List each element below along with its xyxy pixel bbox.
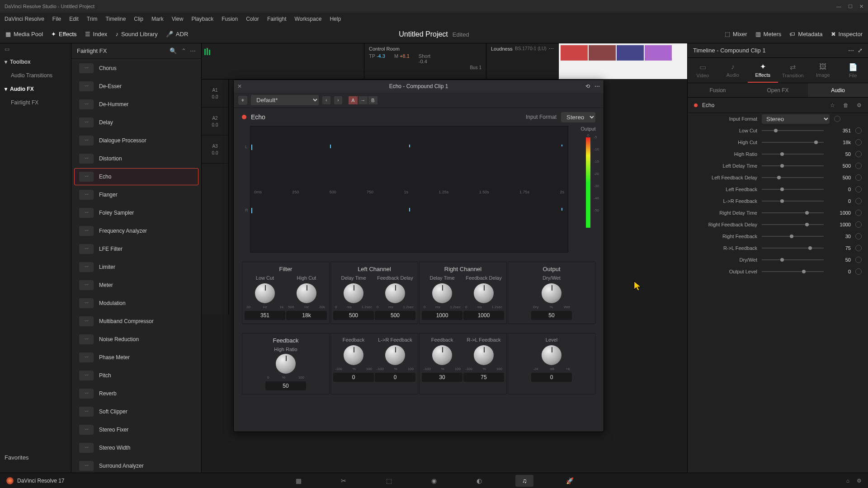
fx-item-de-esser[interactable]: 〰De-Esser xyxy=(74,78,198,95)
reset-button[interactable] xyxy=(855,151,862,157)
input-format-select[interactable]: Stereo xyxy=(561,112,595,122)
param-slider[interactable] xyxy=(762,189,824,190)
menu-item[interactable]: Trim xyxy=(87,16,98,22)
reset-button[interactable] xyxy=(855,245,862,251)
audio-fx-section[interactable]: ▾Audio FX xyxy=(0,82,71,96)
panel-toggle[interactable]: ▭ xyxy=(0,43,71,55)
slider-handle[interactable] xyxy=(780,199,784,203)
fx-item-pitch[interactable]: 〰Pitch xyxy=(74,367,198,384)
fairlight-page-icon[interactable]: ♫ xyxy=(515,475,533,487)
menu-item[interactable]: Color xyxy=(246,16,259,22)
compare-a-button[interactable]: A xyxy=(349,96,358,104)
reset-button[interactable] xyxy=(855,186,862,192)
knob[interactable] xyxy=(432,345,452,365)
close-icon[interactable]: ✕ xyxy=(859,4,863,9)
home-icon[interactable]: ⌂ xyxy=(846,478,849,484)
star-icon[interactable]: ☆ xyxy=(830,102,835,108)
track-header[interactable]: A20.0 xyxy=(202,108,228,136)
fx-item-delay[interactable]: 〰Delay xyxy=(74,114,198,131)
track-header[interactable]: A10.0 xyxy=(202,80,228,108)
mixer-button[interactable]: ⬚Mixer xyxy=(725,31,747,38)
knob[interactable] xyxy=(385,283,405,303)
fx-item-dialogue-processor[interactable]: 〰Dialogue Processor xyxy=(74,132,198,149)
param-slider[interactable] xyxy=(762,130,824,131)
knob-value[interactable]: 500 xyxy=(333,311,374,320)
video-preview[interactable] xyxy=(559,43,687,79)
slider-handle[interactable] xyxy=(780,258,784,262)
menu-item[interactable]: Playback xyxy=(191,16,213,22)
meters-button[interactable]: ▥Meters xyxy=(755,31,782,38)
fx-item-distortion[interactable]: 〰Distortion xyxy=(74,150,198,167)
favorites-section[interactable]: Favorites xyxy=(5,454,28,461)
knob-value[interactable]: 75 xyxy=(463,373,504,382)
fx-item-lfe-filter[interactable]: 〰LFE Filter xyxy=(74,240,198,258)
prev-preset-button[interactable]: ‹ xyxy=(322,96,330,104)
fx-item-reverb[interactable]: 〰Reverb xyxy=(74,385,198,402)
slider-handle[interactable] xyxy=(790,235,793,238)
menu-item[interactable]: DaVinci Resolve xyxy=(5,16,44,22)
tab-video[interactable]: ▭Video xyxy=(688,58,718,83)
knob[interactable] xyxy=(276,354,296,374)
tab-image[interactable]: 🖼Image xyxy=(808,58,838,83)
media-pool-button[interactable]: ▦Media Pool xyxy=(5,31,43,38)
param-value[interactable]: 50 xyxy=(828,151,851,157)
reset-icon[interactable]: ⟲ xyxy=(585,83,590,89)
reset-button[interactable] xyxy=(834,116,840,122)
fx-item-frequency-analyzer[interactable]: 〰Frequency Analyzer xyxy=(74,222,198,239)
audio-transitions-item[interactable]: Audio Transitions xyxy=(0,69,71,82)
param-value[interactable]: 1000 xyxy=(828,210,851,216)
knob[interactable] xyxy=(344,345,363,365)
expand-icon[interactable]: ⤢ xyxy=(858,47,863,54)
cut-page-icon[interactable]: ✂ xyxy=(335,475,353,487)
inspector-button[interactable]: ✖Inspector xyxy=(831,31,863,38)
param-slider[interactable] xyxy=(762,154,824,155)
knob[interactable] xyxy=(474,283,494,303)
fusion-page-icon[interactable]: ◉ xyxy=(425,475,443,487)
subtab-open-fx[interactable]: Open FX xyxy=(748,83,808,97)
media-page-icon[interactable]: ▦ xyxy=(289,475,307,487)
param-value[interactable]: 30 xyxy=(828,234,851,239)
menu-item[interactable]: Timeline xyxy=(105,16,126,22)
reset-button[interactable] xyxy=(855,163,862,169)
fx-item-chorus[interactable]: 〰Chorus xyxy=(74,60,198,77)
index-button[interactable]: ☰Index xyxy=(85,31,108,38)
tab-audio[interactable]: ♪Audio xyxy=(718,58,748,83)
reset-button[interactable] xyxy=(855,174,862,181)
param-value[interactable]: 1000 xyxy=(828,222,851,227)
sound-library-button[interactable]: ♪Sound Library xyxy=(115,31,157,38)
param-value[interactable]: 50 xyxy=(828,257,851,263)
slider-handle[interactable] xyxy=(802,270,806,273)
menu-item[interactable]: Workspace xyxy=(295,16,322,22)
settings-icon[interactable]: ⚙ xyxy=(857,478,862,484)
fx-item-surround-analyzer[interactable]: 〰Surround Analyzer xyxy=(74,457,198,473)
fx-item-soft-clipper[interactable]: 〰Soft Clipper xyxy=(74,403,198,420)
param-value[interactable]: 0 xyxy=(828,269,851,274)
param-slider[interactable] xyxy=(762,248,824,249)
menu-item[interactable]: Fairlight xyxy=(267,16,287,22)
fx-item-de-hummer[interactable]: 〰De-Hummer xyxy=(74,96,198,113)
param-value[interactable]: 351 xyxy=(828,128,851,133)
knob-value[interactable]: 351 xyxy=(245,311,285,320)
knob[interactable] xyxy=(542,345,561,365)
param-value[interactable]: 75 xyxy=(828,245,851,251)
slider-handle[interactable] xyxy=(777,176,781,179)
knob[interactable] xyxy=(542,283,561,303)
knob[interactable] xyxy=(432,283,452,303)
reset-button[interactable] xyxy=(855,268,862,275)
slider-handle[interactable] xyxy=(805,211,809,215)
search-icon[interactable]: 🔍 xyxy=(170,47,177,54)
param-slider[interactable] xyxy=(762,224,824,225)
more-icon[interactable]: ⋯ xyxy=(594,83,600,89)
metadata-button[interactable]: 🏷Metadata xyxy=(789,31,822,38)
slider-handle[interactable] xyxy=(780,164,784,168)
adr-button[interactable]: 🎤ADR xyxy=(166,31,188,38)
fx-item-stereo-fixer[interactable]: 〰Stereo Fixer xyxy=(74,421,198,438)
param-slider[interactable] xyxy=(762,177,824,178)
more-icon[interactable]: ⋯ xyxy=(190,47,196,54)
knob-value[interactable]: 50 xyxy=(531,311,572,320)
track-header[interactable]: A30.0 xyxy=(202,136,228,164)
input-format-select[interactable]: Stereo xyxy=(762,114,830,124)
knob[interactable] xyxy=(385,345,405,365)
param-value[interactable]: 0 xyxy=(828,198,851,204)
fx-item-phase-meter[interactable]: 〰Phase Meter xyxy=(74,349,198,366)
